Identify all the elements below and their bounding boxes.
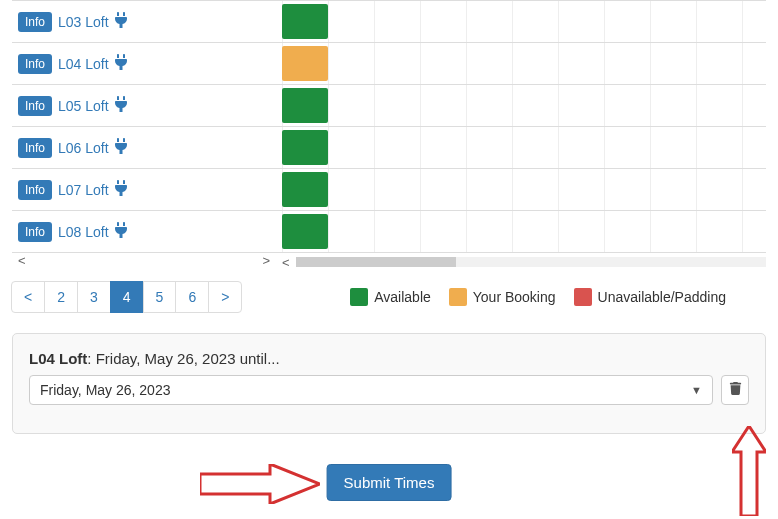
legend-your-booking: Your Booking	[449, 288, 556, 306]
grid-scroll-left[interactable]: <	[282, 255, 290, 270]
scroll-bar: < > <	[12, 253, 766, 271]
page-6[interactable]: 6	[175, 281, 209, 313]
room-link[interactable]: L03 Loft	[58, 12, 129, 31]
annotation-arrow-up	[732, 426, 766, 516]
svg-marker-1	[732, 426, 766, 516]
timeslot[interactable]	[282, 88, 328, 123]
legend-available: Available	[350, 288, 431, 306]
room-name: L05 Loft	[58, 98, 109, 114]
room-row: InfoL04 Loft	[12, 43, 276, 85]
timeslot[interactable]	[282, 172, 328, 207]
timeslot[interactable]	[282, 4, 328, 39]
legend: Available Your Booking Unavailable/Paddi…	[350, 288, 726, 306]
plug-icon	[113, 12, 129, 31]
plug-icon	[113, 138, 129, 157]
delete-selection-button[interactable]	[721, 375, 749, 405]
svg-marker-0	[200, 464, 320, 504]
legend-label-unavailable: Unavailable/Padding	[598, 289, 726, 305]
room-name: L08 Loft	[58, 224, 109, 240]
booking-grid: InfoL03 LoftInfoL04 LoftInfoL05 LoftInfo…	[12, 0, 766, 253]
plug-icon	[113, 96, 129, 115]
page-prev[interactable]: <	[11, 281, 45, 313]
room-link[interactable]: L04 Loft	[58, 54, 129, 73]
legend-swatch-your-booking	[449, 288, 467, 306]
room-row: InfoL07 Loft	[12, 169, 276, 211]
grid-scrollbar[interactable]	[296, 257, 766, 267]
timeslot[interactable]	[282, 46, 328, 81]
page-next[interactable]: >	[208, 281, 242, 313]
room-scroll-right[interactable]: >	[262, 253, 270, 271]
room-row: InfoL08 Loft	[12, 211, 276, 253]
room-column: InfoL03 LoftInfoL04 LoftInfoL05 LoftInfo…	[12, 1, 276, 253]
legend-unavailable: Unavailable/Padding	[574, 288, 726, 306]
grid-row	[276, 127, 766, 169]
end-time-value: Friday, May 26, 2023	[40, 382, 170, 398]
plug-icon	[113, 180, 129, 199]
room-link[interactable]: L08 Loft	[58, 222, 129, 241]
timeslot-column	[276, 1, 766, 253]
timeslot[interactable]	[282, 214, 328, 249]
info-button[interactable]: Info	[18, 222, 52, 242]
grid-row	[276, 85, 766, 127]
page-2[interactable]: 2	[44, 281, 78, 313]
info-button[interactable]: Info	[18, 54, 52, 74]
page-3[interactable]: 3	[77, 281, 111, 313]
selection-title: L04 Loft: Friday, May 26, 2023 until...	[29, 350, 749, 367]
page-5[interactable]: 5	[143, 281, 177, 313]
end-time-select[interactable]: Friday, May 26, 2023 ▼	[29, 375, 713, 405]
info-button[interactable]: Info	[18, 96, 52, 116]
room-link[interactable]: L05 Loft	[58, 96, 129, 115]
room-row: InfoL06 Loft	[12, 127, 276, 169]
info-button[interactable]: Info	[18, 180, 52, 200]
plug-icon	[113, 54, 129, 73]
pagination: <23456>	[12, 281, 242, 313]
plug-icon	[113, 222, 129, 241]
submit-times-button[interactable]: Submit Times	[327, 464, 452, 501]
room-row: InfoL03 Loft	[12, 1, 276, 43]
grid-row	[276, 1, 766, 43]
room-link[interactable]: L06 Loft	[58, 138, 129, 157]
grid-row	[276, 169, 766, 211]
info-button[interactable]: Info	[18, 12, 52, 32]
legend-label-your-booking: Your Booking	[473, 289, 556, 305]
submit-area: Submit Times	[0, 452, 778, 519]
room-name: L04 Loft	[58, 56, 109, 72]
selection-room-name: L04 Loft	[29, 350, 87, 367]
legend-swatch-available	[350, 288, 368, 306]
selection-panel: L04 Loft: Friday, May 26, 2023 until... …	[12, 333, 766, 434]
selection-date-label: Friday, May 26, 2023 until...	[96, 350, 280, 367]
trash-icon	[729, 382, 742, 398]
page-4[interactable]: 4	[110, 281, 144, 313]
room-link[interactable]: L07 Loft	[58, 180, 129, 199]
grid-row	[276, 43, 766, 85]
grid-row	[276, 211, 766, 253]
chevron-down-icon: ▼	[691, 384, 702, 396]
info-button[interactable]: Info	[18, 138, 52, 158]
room-row: InfoL05 Loft	[12, 85, 276, 127]
room-scroll-left[interactable]: <	[18, 253, 26, 271]
timeslot[interactable]	[282, 130, 328, 165]
legend-swatch-unavailable	[574, 288, 592, 306]
room-name: L07 Loft	[58, 182, 109, 198]
room-name: L06 Loft	[58, 140, 109, 156]
grid-scrollbar-thumb[interactable]	[296, 257, 456, 267]
annotation-arrow-right	[200, 464, 320, 504]
legend-label-available: Available	[374, 289, 431, 305]
room-name: L03 Loft	[58, 14, 109, 30]
